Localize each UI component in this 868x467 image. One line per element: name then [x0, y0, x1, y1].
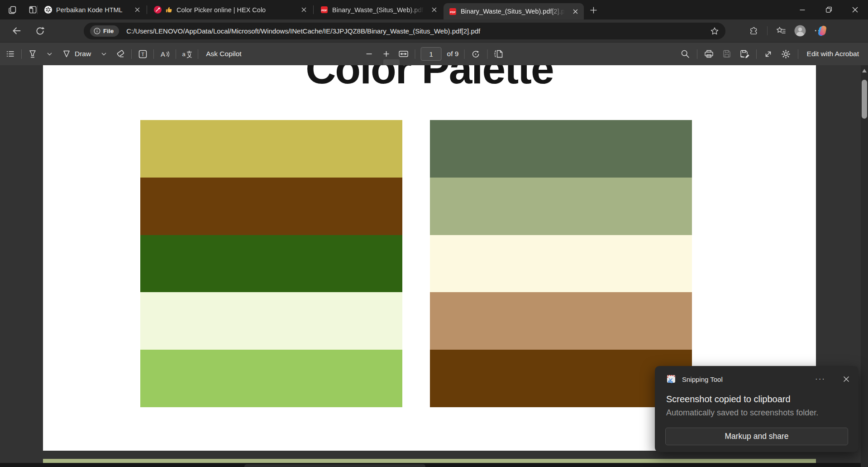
tab-close-button[interactable]: [300, 6, 308, 14]
rotate-icon: [471, 49, 481, 59]
file-badge-label: File: [103, 28, 114, 34]
restore-button[interactable]: [816, 0, 842, 19]
table-of-contents-button[interactable]: [5, 47, 16, 61]
tab-title: Color Picker online | HEX Colo: [176, 6, 296, 14]
color-swatch: [430, 120, 692, 178]
avatar-icon: [794, 25, 806, 37]
tab-separator: [37, 5, 38, 14]
toolbar-separator: [415, 49, 415, 59]
plus-icon: [383, 51, 390, 57]
page-view-icon: [494, 49, 504, 58]
tab-title: Binary_Waste_(Situs_Web).pdf[2].p: [461, 8, 567, 15]
text-box-icon: T: [138, 49, 148, 59]
toolbar-separator: [176, 49, 176, 59]
notification-submessage: Automatically saved to screenshots folde…: [666, 408, 818, 418]
save-as-button[interactable]: [739, 47, 750, 61]
svg-text:A: A: [161, 50, 165, 58]
refresh-button[interactable]: [35, 26, 45, 36]
url-text[interactable]: C:/Users/LENOVO/AppData/Local/Microsoft/…: [126, 27, 706, 35]
copilot-button[interactable]: [816, 19, 828, 42]
next-page-edge: [43, 459, 816, 463]
pdf-toolbar: Draw T A: [0, 42, 868, 65]
window-controls: [789, 0, 868, 19]
edit-with-acrobat-button[interactable]: Edit with Acrobat: [804, 47, 862, 61]
tab-close-button[interactable]: [571, 7, 579, 15]
back-arrow-icon: [12, 26, 22, 36]
rotate-button[interactable]: [470, 47, 482, 61]
toolbar-separator: [697, 49, 697, 59]
pdf-icon: PDF: [320, 6, 328, 14]
zoom-out-button[interactable]: [363, 47, 375, 61]
url-bar[interactable]: File C:/Users/LENOVO/AppData/Local/Micro…: [84, 23, 725, 39]
pdf-settings-button[interactable]: [780, 47, 792, 61]
expand-button[interactable]: [763, 47, 774, 61]
svg-text:a: a: [182, 51, 186, 58]
minimize-button[interactable]: [789, 0, 816, 19]
search-document-button[interactable]: [679, 47, 691, 61]
print-icon: [704, 49, 714, 58]
page-number-input[interactable]: [421, 47, 442, 61]
tab-close-button[interactable]: [133, 6, 141, 14]
close-window-button[interactable]: [842, 0, 868, 19]
tab-title: Binary_Waste_(Situs_Web).pdf[1].p: [332, 6, 426, 14]
tab-color-picker[interactable]: Color Picker online | HEX Colo: [148, 0, 312, 19]
draw-button[interactable]: Draw: [60, 47, 93, 61]
draw-pen-icon: [62, 49, 71, 58]
toolbar-separator: [798, 49, 798, 59]
toolbar-separator: [198, 49, 198, 59]
save-icon: [722, 49, 731, 58]
highlight-button[interactable]: [27, 47, 38, 61]
color-swatch: [140, 178, 402, 235]
color-swatch: [430, 178, 692, 235]
tab-strip: Perbaikan Kode HTML Color Picker online …: [0, 0, 868, 19]
erase-button[interactable]: [114, 47, 126, 61]
add-text-button[interactable]: T: [137, 47, 148, 61]
fit-to-width-icon: [399, 50, 409, 58]
minus-icon: [366, 51, 372, 57]
fit-to-width-button[interactable]: [398, 47, 410, 61]
draw-dropdown[interactable]: [98, 47, 110, 61]
favorites-star-list-icon: [776, 26, 786, 35]
color-palette-left: [140, 120, 402, 407]
markup-and-share-button[interactable]: Markup and share: [665, 428, 848, 445]
tab-pdf-2-active[interactable]: PDF Binary_Waste_(Situs_Web).pdf[2].p: [444, 3, 584, 19]
page-view-button[interactable]: [493, 47, 505, 61]
translate-button[interactable]: a: [181, 47, 193, 61]
back-button[interactable]: [12, 26, 22, 36]
color-swatch: [430, 235, 692, 293]
print-button[interactable]: [703, 47, 715, 61]
toolbar-separator: [756, 49, 757, 59]
notification-more-button[interactable]: ···: [815, 375, 825, 384]
tab-perbaikan-kode-html[interactable]: Perbaikan Kode HTML: [39, 0, 146, 19]
chevron-down-icon: [47, 53, 52, 56]
thumbs-up-icon: [166, 6, 172, 13]
file-badge[interactable]: File: [90, 25, 119, 37]
snipping-tool-icon: [666, 374, 676, 384]
highlight-dropdown[interactable]: [43, 47, 55, 61]
tab-close-button[interactable]: [430, 6, 438, 14]
toolbar-separator: [767, 26, 768, 35]
vertical-scrollbar[interactable]: [861, 65, 868, 467]
extensions-button[interactable]: [749, 26, 758, 35]
snipping-tool-notification: Snipping Tool ··· Screenshot copied to c…: [655, 366, 858, 452]
read-aloud-button[interactable]: A: [159, 47, 171, 61]
tab-pdf-1[interactable]: PDF Binary_Waste_(Situs_Web).pdf[1].p: [315, 0, 443, 19]
favorites-button[interactable]: [776, 26, 786, 35]
profile-avatar[interactable]: [794, 25, 806, 37]
pdf-page-title: Color Palette: [43, 65, 816, 90]
table-of-contents-icon: [6, 49, 15, 58]
save-button-disabled[interactable]: [721, 47, 733, 61]
notification-close-button[interactable]: [843, 376, 849, 382]
tab-separator: [313, 5, 314, 14]
bottom-float-bar: [244, 464, 425, 467]
workspaces-button[interactable]: [6, 4, 19, 16]
scroll-up-arrow-icon[interactable]: [862, 69, 867, 72]
ask-copilot-button[interactable]: Ask Copilot: [203, 47, 244, 61]
highlighter-icon: [28, 49, 38, 59]
edit-with-acrobat-label: Edit with Acrobat: [807, 50, 859, 58]
new-tab-button[interactable]: [587, 4, 600, 16]
scrollbar-thumb[interactable]: [862, 80, 867, 119]
info-icon: [94, 28, 100, 34]
notification-app-name: Snipping Tool: [682, 376, 809, 383]
bookmark-button[interactable]: [710, 27, 719, 36]
